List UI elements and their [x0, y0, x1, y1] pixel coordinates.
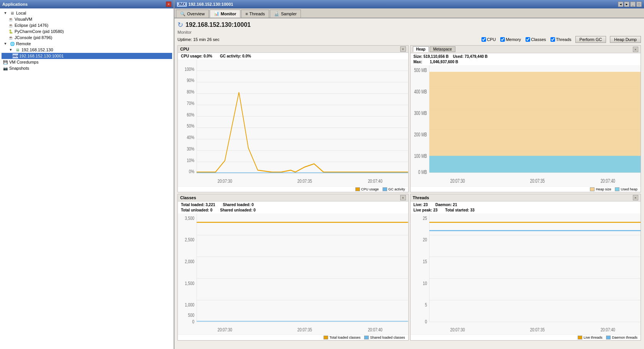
- live-peak-stat: Live peak: 23: [414, 208, 438, 212]
- legend-color-total-loaded: [324, 336, 328, 339]
- total-loaded-stat: Total loaded: 3,221: [181, 203, 215, 207]
- legend-used-heap: Used heap: [615, 187, 637, 191]
- legend-label-live: Live threads: [583, 336, 602, 339]
- svg-text:200 MB: 200 MB: [414, 131, 427, 138]
- gc-activity-stat: GC activity: 0.0%: [220, 54, 251, 58]
- svg-text:20:07:30: 20:07:30: [217, 326, 232, 332]
- application-tree: ▼ 🖥 Local ☕ VisualVM ☕ Eclipse (pid 1476…: [0, 8, 174, 349]
- tab-sampler[interactable]: 🔬 Sampler: [270, 10, 301, 18]
- left-panel-close-button[interactable]: ×: [166, 2, 171, 7]
- checkbox-cpu-label: CPU: [487, 37, 496, 42]
- total-unloaded-label: Total unloaded:: [181, 208, 209, 212]
- tree-item-coredumps[interactable]: 💾 VM Coredumps: [2, 59, 172, 65]
- cpu-chart-header: CPU ×: [178, 46, 408, 53]
- legend-color-cpu: [355, 187, 360, 191]
- svg-text:500 MB: 500 MB: [414, 67, 427, 73]
- heap-chart-panel: Heap Metaspace × Size: 519,110,656 B Use…: [410, 45, 641, 192]
- heap-tab-heap[interactable]: Heap: [413, 46, 429, 52]
- cpu-chart-legend: CPU usage GC activity: [178, 186, 408, 192]
- tree-label-jconsole: JConsole (pid 8796): [15, 35, 52, 40]
- cpu-chart-close[interactable]: ×: [400, 46, 406, 52]
- gc-value: 0.0%: [242, 54, 251, 58]
- legend-label-cpu: CPU usage: [361, 187, 379, 191]
- heap-max-label: Max:: [414, 60, 422, 64]
- svg-text:20:07:30: 20:07:30: [217, 178, 232, 184]
- svg-text:50%: 50%: [187, 123, 194, 129]
- heap-used-value: 73,479,440 B: [465, 54, 488, 59]
- legend-color-live: [578, 336, 582, 339]
- minimize-button[interactable]: _: [630, 2, 636, 7]
- checkbox-cpu[interactable]: CPU: [481, 37, 496, 42]
- threads-chart-close[interactable]: ×: [633, 195, 638, 200]
- nav-right-button[interactable]: ►: [624, 2, 629, 7]
- daemon-label: Daemon:: [435, 203, 452, 207]
- legend-daemon-threads: Daemon threads: [606, 336, 637, 339]
- tree-item-192-168[interactable]: ▼ 🖥 192.168.152.130: [2, 47, 172, 53]
- checkbox-classes[interactable]: Classes: [526, 37, 546, 42]
- tree-item-eclipse[interactable]: ☕ Eclipse (pid 1476): [2, 22, 172, 28]
- left-titlebar: Applications ×: [0, 0, 174, 8]
- legend-label-total-loaded: Total loaded classes: [329, 336, 360, 339]
- perform-gc-button[interactable]: Perform GC: [575, 36, 606, 43]
- sampler-icon: 🔬: [274, 11, 279, 16]
- tab-sampler-label: Sampler: [281, 11, 297, 16]
- checkbox-memory-label: Memory: [506, 37, 521, 42]
- shared-loaded-value: 0: [251, 203, 254, 207]
- legend-cpu-usage: CPU usage: [355, 187, 379, 191]
- svg-text:10: 10: [422, 280, 427, 286]
- heap-size-value: 519,110,656 B: [424, 54, 449, 59]
- tree-item-visualvm[interactable]: ☕ VisualVM: [2, 16, 172, 22]
- expand-host-icon: ▼: [8, 47, 14, 52]
- heap-chart-stats: Size: 519,110,656 B Used: 73,479,440 B: [411, 53, 641, 60]
- checkbox-memory[interactable]: Memory: [500, 37, 521, 42]
- legend-live-threads: Live threads: [578, 336, 602, 339]
- tab-threads[interactable]: ≡ Threads: [241, 10, 269, 18]
- tree-label-local: Local: [16, 11, 26, 15]
- threads-chart-legend: Live threads Daemon threads: [411, 334, 641, 340]
- checkbox-classes-label: Classes: [531, 37, 546, 42]
- threads-chart-body: 25 20 15 10 5 0: [411, 213, 641, 335]
- svg-rect-60: [411, 213, 641, 335]
- tree-item-snapshots[interactable]: 📷 Snapshots: [2, 65, 172, 71]
- left-panel-title: Applications: [2, 2, 28, 7]
- svg-text:70%: 70%: [187, 100, 194, 106]
- shared-unloaded-value: 0: [253, 208, 256, 212]
- maximize-button[interactable]: □: [636, 2, 642, 7]
- heap-max-value: 1,046,937,600 B: [430, 60, 458, 64]
- host-header: ↻ 192.168.152.130:10001: [177, 21, 641, 29]
- tab-monitor[interactable]: 📊 Monitor: [210, 10, 240, 18]
- svg-marker-39: [429, 156, 641, 173]
- heap-chart-close[interactable]: ×: [633, 47, 638, 52]
- live-label: Live:: [414, 203, 422, 207]
- tree-item-pycharm[interactable]: 🐍 PyCharmCore (pid 10580): [2, 28, 172, 34]
- heap-dump-button[interactable]: Heap Dump: [610, 36, 641, 43]
- threads-chart-stats: Live: 23 Daemon: 21: [411, 202, 641, 208]
- uptime-text: Uptime: 15 min 26 sec: [177, 37, 219, 42]
- tab-overview[interactable]: 🔍 Overview: [176, 10, 209, 18]
- tree-item-jconsole[interactable]: ☕ JConsole (pid 8796): [2, 34, 172, 41]
- daemon-stat: Daemon: 21: [435, 203, 457, 207]
- svg-text:400 MB: 400 MB: [414, 88, 427, 95]
- legend-label-shared-loaded: Shared loaded classes: [370, 336, 405, 339]
- classes-chart-close[interactable]: ×: [400, 195, 406, 200]
- total-started-value: 33: [470, 208, 475, 212]
- classes-chart-title: Classes: [180, 195, 196, 200]
- tree-item-jvm-selected[interactable]: JMX 192.168.152.130:10001: [2, 53, 172, 59]
- left-panel: Applications × ▼ 🖥 Local ☕ VisualVM ☕ Ec…: [0, 0, 174, 349]
- svg-text:25: 25: [422, 215, 427, 221]
- main-tabs: 🔍 Overview 📊 Monitor ≡ Threads 🔬 Sampler: [174, 8, 644, 18]
- checkbox-threads[interactable]: Threads: [550, 37, 571, 42]
- tree-item-remote[interactable]: ▼ 🌐 Remote: [2, 41, 172, 47]
- svg-text:20:07:30: 20:07:30: [450, 178, 465, 184]
- heap-chart-header: Heap Metaspace ×: [411, 46, 641, 53]
- svg-text:20:07:40: 20:07:40: [368, 178, 383, 184]
- svg-rect-43: [178, 213, 408, 335]
- nav-left-button[interactable]: ◄: [618, 2, 623, 7]
- shared-loaded-label: Shared loaded:: [223, 203, 250, 207]
- tree-item-local[interactable]: ▼ 🖥 Local: [2, 10, 172, 16]
- total-started-label: Total started:: [445, 208, 469, 212]
- tab-overview-label: Overview: [187, 11, 205, 16]
- svg-text:2,000: 2,000: [185, 258, 194, 264]
- heap-tab-metaspace[interactable]: Metaspace: [430, 46, 455, 52]
- svg-text:500: 500: [188, 312, 195, 318]
